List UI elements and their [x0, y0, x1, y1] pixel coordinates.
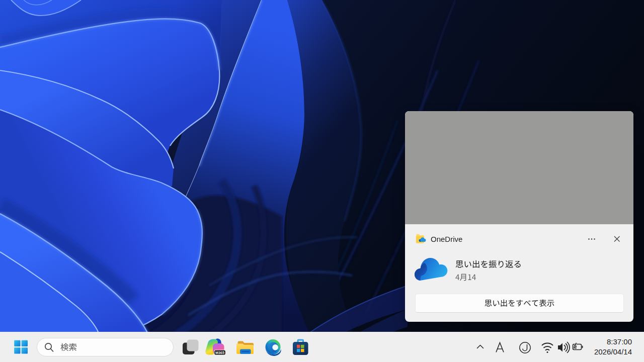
- svg-text:M365: M365: [215, 350, 224, 355]
